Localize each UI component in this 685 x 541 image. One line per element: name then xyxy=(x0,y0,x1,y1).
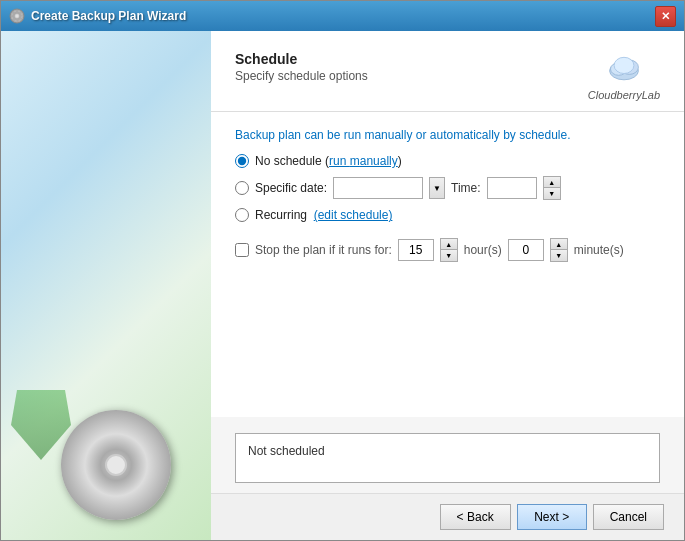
run-manually-link[interactable]: run manually xyxy=(329,154,398,168)
titlebar-icon xyxy=(9,8,25,24)
specific-date-label: Specific date: xyxy=(255,181,327,195)
left-panel xyxy=(1,31,211,540)
page-subtitle: Specify schedule options xyxy=(235,69,368,83)
time-increment-button[interactable]: ▲ xyxy=(544,177,560,188)
next-button[interactable]: Next > xyxy=(517,504,587,530)
back-button[interactable]: < Back xyxy=(440,504,511,530)
minutes-label: minute(s) xyxy=(574,243,624,257)
titlebar: Create Backup Plan Wizard ✕ xyxy=(1,1,684,31)
close-button[interactable]: ✕ xyxy=(655,6,676,27)
recurring-row: Recurring (edit schedule) xyxy=(235,208,660,222)
cancel-button[interactable]: Cancel xyxy=(593,504,664,530)
content-area: Schedule Specify schedule options Cloudb… xyxy=(1,31,684,540)
header-text: Schedule Specify schedule options xyxy=(235,51,368,83)
hours-spinner: ▲ ▼ xyxy=(440,238,458,262)
minutes-increment-button[interactable]: ▲ xyxy=(551,239,567,250)
edit-schedule-link[interactable]: (edit schedule) xyxy=(314,208,393,222)
no-schedule-label: No schedule (run manually) xyxy=(255,154,402,168)
time-spinner: ▲ ▼ xyxy=(543,176,561,200)
hours-increment-button[interactable]: ▲ xyxy=(441,239,457,250)
time-decrement-button[interactable]: ▼ xyxy=(544,188,560,199)
date-dropdown-button[interactable]: ▼ xyxy=(429,177,445,199)
recurring-label: Recurring (edit schedule) xyxy=(255,208,392,222)
page-header: Schedule Specify schedule options Cloudb… xyxy=(211,31,684,112)
hours-input[interactable]: 15 xyxy=(398,239,434,261)
minutes-input[interactable]: 0 xyxy=(508,239,544,261)
date-input[interactable]: 8/11/2010 xyxy=(333,177,423,199)
disc-decoration xyxy=(61,410,171,520)
stop-plan-row: Stop the plan if it runs for: 15 ▲ ▼ hou… xyxy=(235,238,660,262)
no-schedule-row: No schedule (run manually) xyxy=(235,154,660,168)
logo-text: CloudberryLab xyxy=(588,89,660,101)
right-panel: Schedule Specify schedule options Cloudb… xyxy=(211,31,684,540)
specific-date-radio[interactable] xyxy=(235,181,249,195)
time-input[interactable]: 21:20 xyxy=(487,177,537,199)
recurring-radio[interactable] xyxy=(235,208,249,222)
window-title: Create Backup Plan Wizard xyxy=(31,9,655,23)
stop-plan-checkbox[interactable] xyxy=(235,243,249,257)
cloudberry-logo-icon xyxy=(606,51,642,87)
hours-label: hour(s) xyxy=(464,243,502,257)
minutes-decrement-button[interactable]: ▼ xyxy=(551,250,567,261)
svg-point-6 xyxy=(614,57,634,73)
main-window: Create Backup Plan Wizard ✕ Schedule Spe… xyxy=(0,0,685,541)
page-title: Schedule xyxy=(235,51,368,67)
time-label: Time: xyxy=(451,181,481,195)
svg-point-1 xyxy=(15,14,19,18)
form-area: Backup plan can be run manually or autom… xyxy=(211,112,684,417)
disc-inner xyxy=(105,454,127,476)
info-text: Backup plan can be run manually or autom… xyxy=(235,128,660,142)
no-schedule-radio[interactable] xyxy=(235,154,249,168)
stop-plan-label-prefix: Stop the plan if it runs for: xyxy=(255,243,392,257)
logo-area: CloudberryLab xyxy=(588,51,660,101)
footer: < Back Next > Cancel xyxy=(211,493,684,540)
schedule-radio-group: No schedule (run manually) Specific date… xyxy=(235,154,660,222)
status-box: Not scheduled xyxy=(235,433,660,483)
hours-decrement-button[interactable]: ▼ xyxy=(441,250,457,261)
specific-date-row: Specific date: 8/11/2010 ▼ Time: 21:20 ▲… xyxy=(235,176,660,200)
date-time-controls: 8/11/2010 ▼ Time: 21:20 ▲ ▼ xyxy=(333,176,561,200)
minutes-spinner: ▲ ▼ xyxy=(550,238,568,262)
status-text: Not scheduled xyxy=(248,444,325,458)
